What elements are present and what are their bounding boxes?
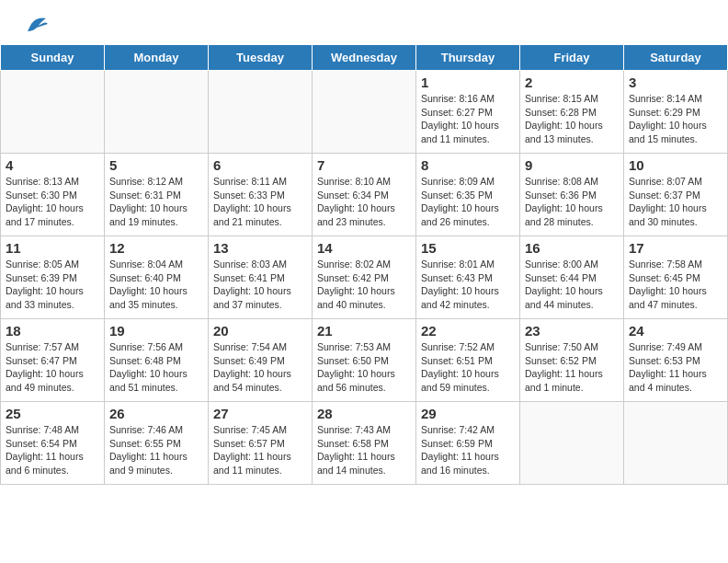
date-cell: 6Sunrise: 8:11 AM Sunset: 6:33 PM Daylig… (209, 154, 313, 236)
date-cell: 20Sunrise: 7:54 AM Sunset: 6:49 PM Dayli… (209, 319, 313, 402)
date-number: 27 (213, 406, 307, 421)
date-cell: 5Sunrise: 8:12 AM Sunset: 6:31 PM Daylig… (105, 154, 209, 236)
date-number: 10 (629, 157, 722, 173)
calendar-body: 1Sunrise: 8:16 AM Sunset: 6:27 PM Daylig… (1, 71, 728, 485)
date-number: 15 (421, 240, 515, 256)
cell-info: Sunrise: 7:49 AM Sunset: 6:53 PM Dayligh… (629, 340, 722, 395)
cell-info: Sunrise: 8:15 AM Sunset: 6:28 PM Dayligh… (525, 92, 619, 146)
cell-info: Sunrise: 7:52 AM Sunset: 6:51 PM Dayligh… (421, 340, 515, 395)
date-number: 26 (109, 406, 203, 421)
date-number: 3 (629, 75, 722, 90)
cell-info: Sunrise: 7:57 AM Sunset: 6:47 PM Dayligh… (6, 340, 99, 395)
date-cell (313, 71, 416, 154)
date-cell: 25Sunrise: 7:48 AM Sunset: 6:54 PM Dayli… (1, 402, 105, 485)
cell-info: Sunrise: 8:05 AM Sunset: 6:39 PM Dayligh… (6, 258, 99, 312)
date-number: 8 (421, 157, 515, 173)
date-number: 29 (421, 406, 515, 421)
day-header-saturday: Saturday (624, 45, 728, 71)
date-cell: 12Sunrise: 8:04 AM Sunset: 6:40 PM Dayli… (105, 236, 209, 319)
date-cell (105, 71, 209, 154)
date-cell: 14Sunrise: 8:02 AM Sunset: 6:42 PM Dayli… (313, 236, 416, 319)
cell-info: Sunrise: 8:11 AM Sunset: 6:33 PM Dayligh… (213, 175, 307, 229)
date-number: 6 (213, 157, 307, 173)
cell-info: Sunrise: 8:09 AM Sunset: 6:35 PM Dayligh… (421, 175, 515, 229)
date-number: 16 (525, 240, 619, 256)
day-header-thursday: Thursday (416, 45, 520, 71)
date-number: 19 (109, 323, 203, 339)
date-number: 24 (629, 323, 722, 339)
date-cell: 26Sunrise: 7:46 AM Sunset: 6:55 PM Dayli… (105, 402, 209, 485)
date-cell: 13Sunrise: 8:03 AM Sunset: 6:41 PM Dayli… (209, 236, 313, 319)
cell-info: Sunrise: 8:01 AM Sunset: 6:43 PM Dayligh… (421, 258, 515, 312)
date-number: 9 (525, 157, 619, 173)
logo-bird-icon (20, 15, 48, 33)
cell-info: Sunrise: 7:50 AM Sunset: 6:52 PM Dayligh… (525, 340, 619, 395)
date-number: 1 (421, 75, 515, 90)
date-number: 2 (525, 75, 619, 90)
date-cell: 17Sunrise: 7:58 AM Sunset: 6:45 PM Dayli… (624, 236, 728, 319)
date-number: 7 (317, 157, 411, 173)
cell-info: Sunrise: 8:07 AM Sunset: 6:37 PM Dayligh… (629, 175, 722, 229)
cell-info: Sunrise: 8:04 AM Sunset: 6:40 PM Dayligh… (109, 258, 203, 312)
date-cell: 16Sunrise: 8:00 AM Sunset: 6:44 PM Dayli… (520, 236, 624, 319)
date-cell: 7Sunrise: 8:10 AM Sunset: 6:34 PM Daylig… (313, 154, 416, 236)
date-cell: 15Sunrise: 8:01 AM Sunset: 6:43 PM Dayli… (416, 236, 520, 319)
date-number: 21 (317, 323, 411, 339)
date-cell: 23Sunrise: 7:50 AM Sunset: 6:52 PM Dayli… (520, 319, 624, 402)
cell-info: Sunrise: 7:56 AM Sunset: 6:48 PM Dayligh… (109, 340, 203, 395)
cell-info: Sunrise: 8:08 AM Sunset: 6:36 PM Dayligh… (525, 175, 619, 229)
week-row-2: 11Sunrise: 8:05 AM Sunset: 6:39 PM Dayli… (1, 236, 728, 319)
date-number: 17 (629, 240, 722, 256)
date-number: 5 (109, 157, 203, 173)
date-number: 22 (421, 323, 515, 339)
date-cell: 29Sunrise: 7:42 AM Sunset: 6:59 PM Dayli… (416, 402, 520, 485)
date-number: 13 (213, 240, 307, 256)
cell-info: Sunrise: 7:53 AM Sunset: 6:50 PM Dayligh… (317, 340, 411, 395)
date-number: 20 (213, 323, 307, 339)
date-cell (520, 402, 624, 485)
date-cell (209, 71, 313, 154)
cell-info: Sunrise: 8:03 AM Sunset: 6:41 PM Dayligh… (213, 258, 307, 312)
date-cell: 3Sunrise: 8:14 AM Sunset: 6:29 PM Daylig… (624, 71, 728, 154)
cell-info: Sunrise: 7:54 AM Sunset: 6:49 PM Dayligh… (213, 340, 307, 395)
calendar-header-row: SundayMondayTuesdayWednesdayThursdayFrid… (1, 45, 728, 71)
date-number: 23 (525, 323, 619, 339)
date-cell: 1Sunrise: 8:16 AM Sunset: 6:27 PM Daylig… (416, 71, 520, 154)
date-cell (624, 402, 728, 485)
cell-info: Sunrise: 8:00 AM Sunset: 6:44 PM Dayligh… (525, 258, 619, 312)
date-cell: 27Sunrise: 7:45 AM Sunset: 6:57 PM Dayli… (209, 402, 313, 485)
date-cell: 18Sunrise: 7:57 AM Sunset: 6:47 PM Dayli… (1, 319, 105, 402)
week-row-4: 25Sunrise: 7:48 AM Sunset: 6:54 PM Dayli… (1, 402, 728, 485)
cell-info: Sunrise: 8:10 AM Sunset: 6:34 PM Dayligh… (317, 175, 411, 229)
cell-info: Sunrise: 8:14 AM Sunset: 6:29 PM Dayligh… (629, 92, 722, 146)
date-cell: 8Sunrise: 8:09 AM Sunset: 6:35 PM Daylig… (416, 154, 520, 236)
logo (18, 15, 48, 33)
day-header-monday: Monday (105, 45, 209, 71)
date-number: 4 (6, 157, 99, 173)
week-row-3: 18Sunrise: 7:57 AM Sunset: 6:47 PM Dayli… (1, 319, 728, 402)
cell-info: Sunrise: 7:48 AM Sunset: 6:54 PM Dayligh… (6, 423, 99, 477)
day-header-tuesday: Tuesday (209, 45, 313, 71)
date-cell: 22Sunrise: 7:52 AM Sunset: 6:51 PM Dayli… (416, 319, 520, 402)
date-cell: 4Sunrise: 8:13 AM Sunset: 6:30 PM Daylig… (1, 154, 105, 236)
date-number: 11 (6, 240, 99, 256)
cell-info: Sunrise: 8:02 AM Sunset: 6:42 PM Dayligh… (317, 258, 411, 312)
date-cell: 9Sunrise: 8:08 AM Sunset: 6:36 PM Daylig… (520, 154, 624, 236)
date-cell: 21Sunrise: 7:53 AM Sunset: 6:50 PM Dayli… (313, 319, 416, 402)
page-header (0, 0, 728, 37)
date-cell: 24Sunrise: 7:49 AM Sunset: 6:53 PM Dayli… (624, 319, 728, 402)
date-cell: 2Sunrise: 8:15 AM Sunset: 6:28 PM Daylig… (520, 71, 624, 154)
date-number: 14 (317, 240, 411, 256)
date-cell: 19Sunrise: 7:56 AM Sunset: 6:48 PM Dayli… (105, 319, 209, 402)
week-row-0: 1Sunrise: 8:16 AM Sunset: 6:27 PM Daylig… (1, 71, 728, 154)
date-number: 28 (317, 406, 411, 421)
cell-info: Sunrise: 7:46 AM Sunset: 6:55 PM Dayligh… (109, 423, 203, 477)
cell-info: Sunrise: 8:12 AM Sunset: 6:31 PM Dayligh… (109, 175, 203, 229)
cell-info: Sunrise: 8:16 AM Sunset: 6:27 PM Dayligh… (421, 92, 515, 146)
date-number: 18 (6, 323, 99, 339)
week-row-1: 4Sunrise: 8:13 AM Sunset: 6:30 PM Daylig… (1, 154, 728, 236)
date-number: 12 (109, 240, 203, 256)
date-cell: 10Sunrise: 8:07 AM Sunset: 6:37 PM Dayli… (624, 154, 728, 236)
cell-info: Sunrise: 7:42 AM Sunset: 6:59 PM Dayligh… (421, 423, 515, 477)
date-cell: 11Sunrise: 8:05 AM Sunset: 6:39 PM Dayli… (1, 236, 105, 319)
